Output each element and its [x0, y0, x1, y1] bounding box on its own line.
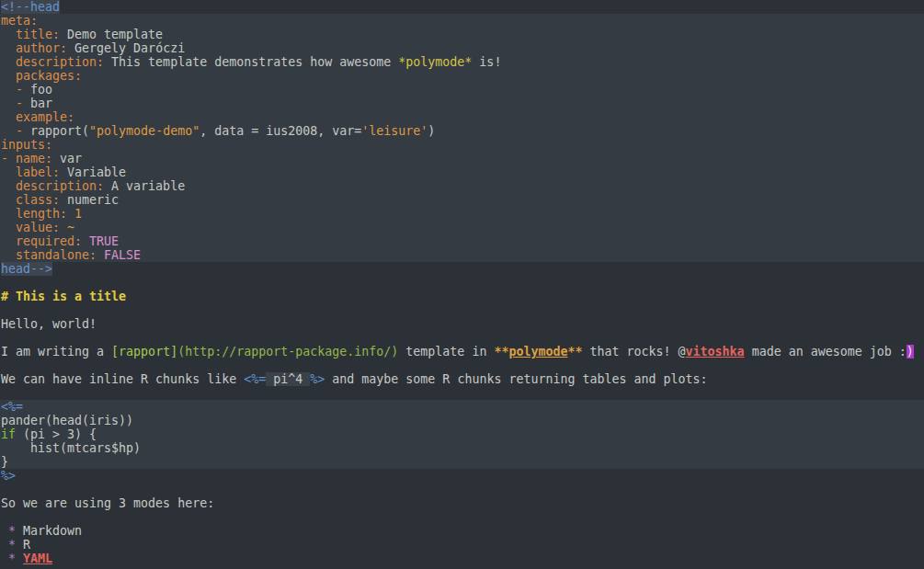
code-token: ** [567, 345, 582, 358]
link-polymode[interactable]: polymode [508, 345, 567, 358]
code-token: author: [1, 41, 67, 55]
code-token: var [52, 152, 82, 165]
r-chunk-head-marker: <%= [1, 400, 23, 414]
r-chunk-tail-marker: %> [1, 469, 16, 483]
code-token: template in [398, 345, 494, 358]
code-token [16, 552, 23, 565]
code-token: inputs: [1, 138, 52, 152]
code-token: } [1, 455, 8, 469]
code-token [1, 538, 8, 552]
code-token: example: [1, 110, 74, 124]
code-line: hist(mtcars$hp) [0, 441, 924, 455]
code-line: description: A variable [0, 179, 924, 193]
code-token: description: [1, 55, 104, 69]
editor-buffer[interactable]: <!--headmeta: title: Demo template autho… [0, 0, 924, 569]
code-token: title: [1, 28, 60, 41]
code-line: - bar [0, 97, 924, 110]
emphasis-polymode: *polymode* [398, 55, 472, 69]
code-line: pander(head(iris)) [0, 414, 924, 427]
link-vitoshka[interactable]: vitoshka [686, 345, 745, 358]
code-line [0, 386, 924, 400]
code-token: that rocks! [582, 345, 678, 358]
code-line: * Markdown [0, 524, 924, 538]
code-token: class: [1, 193, 60, 207]
code-token: Markdown [16, 524, 82, 538]
link-yaml[interactable]: YAML [23, 552, 52, 565]
code-line: So we are using 3 modes here: [0, 496, 924, 510]
code-token: is! [472, 55, 501, 69]
code-token: (pi > 3) { [16, 427, 97, 441]
code-line: if (pi > 3) { [0, 427, 924, 441]
code-line: - name: var [0, 152, 924, 165]
code-token: 'leisure' [361, 124, 428, 138]
code-line: <!--head [0, 0, 924, 14]
yaml-head-marker: <!--head [1, 0, 60, 14]
code-token: and maybe some R chunks returning tables… [325, 372, 707, 386]
code-token: required: [1, 234, 82, 248]
code-line: Hello, world! [0, 317, 924, 331]
code-token: foo [30, 83, 52, 97]
code-line: class: numeric [0, 193, 924, 207]
link-rapport[interactable]: [rapport] [111, 345, 177, 358]
link-rapport-url[interactable]: (http://rapport-package.info/) [177, 345, 398, 358]
code-token: FALSE [104, 248, 141, 262]
code-token: So we are using 3 modes here: [1, 496, 214, 510]
code-token: pander(head(iris)) [1, 414, 133, 427]
code-token: if [1, 427, 16, 441]
code-token: I am writing a [1, 345, 111, 358]
inline-chunk-close-marker: %> [310, 372, 325, 386]
code-line: inputs: [0, 138, 924, 152]
code-token: value: [1, 221, 60, 234]
code-line: value: ~ [0, 221, 924, 234]
code-line: packages: [0, 69, 924, 83]
code-token: label: [1, 165, 60, 179]
list-bullet: * [8, 538, 16, 552]
code-token [97, 248, 104, 262]
code-token: , data = ius2008, var= [200, 124, 361, 138]
code-token: standalone: [1, 248, 97, 262]
code-line: length: 1 [0, 207, 924, 221]
code-token [82, 234, 89, 248]
code-line: # This is a title [0, 290, 924, 303]
inline-chunk-open-marker: <%= [244, 372, 266, 386]
code-token: description: [1, 179, 104, 193]
code-token: TRUE [89, 234, 119, 248]
code-token: length: [1, 207, 67, 221]
code-token: numeric [60, 193, 119, 207]
code-token: "polymode-demo" [89, 124, 200, 138]
code-line: head--> [0, 262, 924, 276]
code-line: meta: [0, 14, 924, 28]
inline-r-code: pi^4 [266, 372, 310, 386]
code-token [1, 524, 8, 538]
code-line: } [0, 455, 924, 469]
code-token: made an awesome job : [745, 345, 907, 358]
code-line [0, 303, 924, 317]
code-token: - name: [1, 152, 52, 165]
code-line: description: This template demonstrates … [0, 55, 924, 69]
code-line: - foo [0, 83, 924, 97]
code-token [67, 207, 74, 221]
code-token: Variable [60, 165, 126, 179]
code-line: I am writing a [rapport](http://rapport-… [0, 345, 924, 358]
code-token: Hello, world! [1, 317, 97, 331]
code-line: standalone: FALSE [0, 248, 924, 262]
code-token: bar [30, 97, 52, 110]
code-token: meta: [1, 14, 38, 28]
code-token: R [16, 538, 30, 552]
code-line: * R [0, 538, 924, 552]
code-token: A variable [104, 179, 185, 193]
code-token [60, 221, 67, 234]
code-line: title: Demo template [0, 28, 924, 41]
code-token: Gergely Daróczi [67, 41, 185, 55]
code-token [1, 552, 8, 565]
code-line [0, 276, 924, 290]
code-line [0, 358, 924, 372]
code-line [0, 483, 924, 496]
code-token: hist(mtcars$hp) [1, 441, 141, 455]
list-bullet: * [8, 552, 16, 565]
code-line: - rapport("polymode-demo", data = ius200… [0, 124, 924, 138]
code-line: * YAML [0, 552, 924, 565]
code-line: example: [0, 110, 924, 124]
code-token: We can have inline R chunks like [1, 372, 244, 386]
code-line [0, 331, 924, 345]
